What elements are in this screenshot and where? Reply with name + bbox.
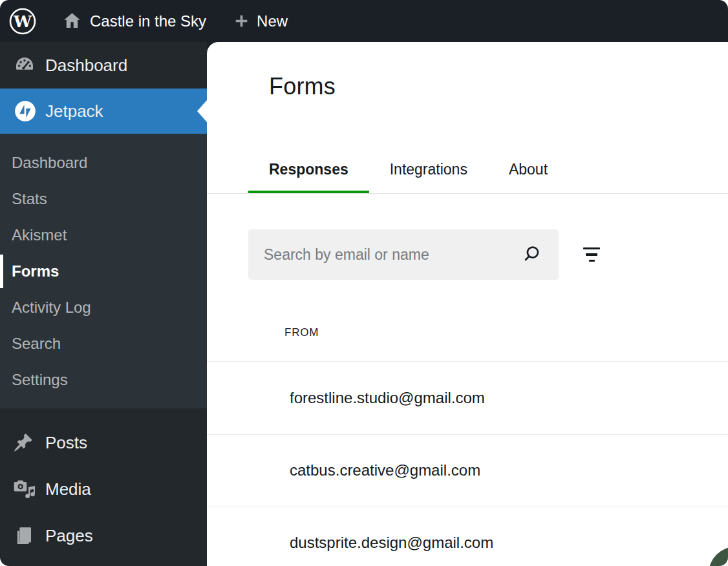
pushpin-icon — [13, 432, 34, 453]
sidebar-item-posts[interactable]: Posts — [0, 419, 207, 466]
sidebar-label-media: Media — [45, 479, 91, 499]
submenu-item-forms[interactable]: Forms — [0, 253, 207, 289]
jetpack-icon — [13, 99, 37, 123]
submenu-label: Akismet — [12, 226, 67, 244]
dashboard-gauge-icon — [13, 54, 36, 77]
submenu-item-search[interactable]: Search — [0, 326, 207, 362]
wordpress-logo-button[interactable]: W — [8, 0, 37, 42]
response-row[interactable]: dustsprite.design@gmail.com — [207, 507, 728, 566]
search-toolbar — [248, 229, 606, 280]
page-title: Forms — [269, 73, 336, 100]
tab-label: Integrations — [390, 161, 467, 178]
response-row[interactable]: forestline.studio@gmail.com — [207, 362, 728, 434]
submenu-label: Activity Log — [12, 299, 91, 317]
tab-label: About — [509, 161, 548, 178]
new-content-button[interactable]: New — [233, 0, 288, 42]
tab-label: Responses — [269, 161, 348, 178]
filter-icon — [589, 260, 595, 262]
plus-icon — [233, 13, 250, 29]
svg-text:W: W — [13, 12, 32, 30]
response-from-email: forestline.studio@gmail.com — [290, 389, 485, 407]
response-from-email: dustsprite.design@gmail.com — [290, 534, 493, 552]
sidebar-item-dashboard[interactable]: Dashboard — [0, 42, 207, 89]
sidebar-item-media[interactable]: Media — [0, 466, 207, 512]
sidebar-label-jetpack: Jetpack — [45, 101, 103, 121]
search-input[interactable] — [248, 229, 559, 280]
sidebar-item-pages[interactable]: Pages — [0, 512, 207, 559]
submenu-label: Settings — [12, 371, 68, 389]
media-icon — [13, 478, 35, 500]
submenu-label: Forms — [12, 262, 59, 280]
forms-panel: Forms Responses Integrations About — [207, 42, 728, 566]
filter-icon — [586, 253, 597, 256]
submenu-item-settings[interactable]: Settings — [0, 362, 207, 398]
tab-integrations[interactable]: Integrations — [369, 145, 488, 194]
submenu-label: Search — [12, 335, 61, 353]
home-icon — [63, 12, 81, 30]
site-name-label: Castle in the Sky — [90, 12, 206, 30]
search-box — [248, 229, 559, 280]
search-icon[interactable] — [522, 244, 544, 268]
pages-icon — [13, 525, 34, 546]
active-menu-arrow — [197, 100, 207, 122]
content-area: Forms Responses Integrations About — [207, 42, 728, 566]
sidebar-item-jetpack[interactable]: Jetpack — [0, 89, 207, 134]
filter-icon — [583, 247, 600, 250]
forms-tabs: Responses Integrations About — [248, 145, 568, 194]
current-item-indicator — [0, 255, 3, 288]
submenu-item-akismet[interactable]: Akismet — [0, 217, 207, 253]
wordpress-admin-screen: W Castle in the Sky New — [0, 0, 728, 566]
submenu-item-dashboard[interactable]: Dashboard — [0, 145, 207, 181]
sidebar-label-pages: Pages — [45, 526, 93, 546]
submenu-item-activity-log[interactable]: Activity Log — [0, 289, 207, 326]
column-header-from: FROM — [284, 326, 319, 339]
sidebar-label-dashboard: Dashboard — [45, 56, 127, 76]
response-from-email: catbus.creative@gmail.com — [290, 461, 480, 479]
admin-sidebar: Dashboard Jetpack Dashboard Stats Akisme… — [0, 42, 207, 566]
response-row[interactable]: catbus.creative@gmail.com — [207, 434, 728, 507]
admin-bar: W Castle in the Sky New — [0, 0, 728, 42]
tabs-divider — [207, 193, 728, 194]
filter-button[interactable] — [577, 240, 606, 269]
jetpack-submenu: Dashboard Stats Akismet Forms Activity L… — [0, 134, 207, 408]
submenu-label: Dashboard — [12, 154, 87, 172]
site-name-link[interactable]: Castle in the Sky — [63, 0, 206, 42]
wordpress-logo-icon: W — [8, 7, 37, 36]
submenu-item-stats[interactable]: Stats — [0, 181, 207, 217]
sidebar-label-posts: Posts — [45, 433, 87, 453]
submenu-label: Stats — [12, 190, 47, 208]
tab-about[interactable]: About — [488, 145, 568, 194]
tab-responses[interactable]: Responses — [248, 145, 369, 194]
new-label: New — [257, 12, 288, 30]
